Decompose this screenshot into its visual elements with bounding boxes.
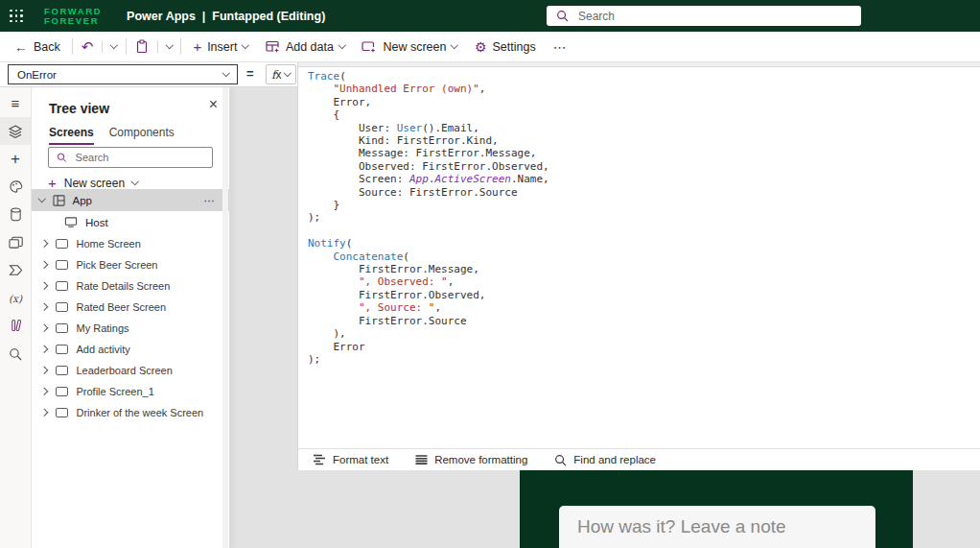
fx-button[interactable]: fx xyxy=(266,64,296,84)
media-icon xyxy=(9,236,23,250)
format-text-button[interactable]: Format text xyxy=(313,454,388,465)
undo-menu-button[interactable] xyxy=(105,32,123,61)
tree-item-app-label: App xyxy=(73,195,92,206)
code-lines[interactable]: Trace( "Unhandled Error (own)", Error, {… xyxy=(298,67,980,366)
top-bar: FORWARD FOREVER Power Apps | Funtapped (… xyxy=(0,0,980,32)
tree-item-screen-label: Leaderboard Screen xyxy=(77,365,173,376)
paste-button[interactable] xyxy=(129,32,154,61)
note-text-input[interactable]: How was it? Leave a note xyxy=(559,506,875,548)
code-line[interactable]: } xyxy=(308,199,980,211)
undo-button[interactable]: ↶ xyxy=(76,32,100,61)
code-line[interactable]: "Unhandled Error (own)", xyxy=(308,83,980,95)
plus-icon: + xyxy=(11,151,20,167)
code-line[interactable]: Notify( xyxy=(308,237,980,250)
top-search-box[interactable] xyxy=(547,6,861,26)
rail-power-automate-button[interactable] xyxy=(0,256,31,284)
tree-item-screen[interactable]: Pick Beer Screen xyxy=(32,254,229,275)
tree-item-screen-label: Profile Screen_1 xyxy=(77,386,154,397)
paste-menu-button[interactable] xyxy=(161,32,178,61)
back-arrow-icon: ← xyxy=(14,39,28,55)
code-line[interactable]: Source: FirstError.Source xyxy=(308,186,980,199)
close-icon[interactable]: × xyxy=(209,96,218,113)
code-line[interactable]: Kind: FirstError.Kind, xyxy=(308,134,980,147)
code-line[interactable]: Trace( xyxy=(308,70,980,83)
code-line[interactable]: FirstError.Source xyxy=(308,315,980,327)
tree-item-screen[interactable]: My Ratings xyxy=(32,318,229,339)
code-line[interactable]: Error, xyxy=(308,96,980,108)
new-screen-button[interactable]: New screen xyxy=(353,32,466,61)
code-line[interactable]: Screen: App.ActiveScreen.Name, xyxy=(308,173,980,185)
add-data-button[interactable]: Add data xyxy=(257,32,354,61)
tree-item-screen[interactable]: Home Screen xyxy=(32,233,229,254)
search-icon xyxy=(554,454,567,466)
screen-icon xyxy=(56,345,68,354)
code-line[interactable]: Concatenate( xyxy=(308,250,980,263)
tree-item-screen[interactable]: Rate Details Screen xyxy=(32,275,229,297)
screen-icon xyxy=(56,387,68,396)
tab-screens[interactable]: Screens xyxy=(49,126,94,145)
remove-formatting-button[interactable]: Remove formatting xyxy=(415,454,527,465)
find-replace-label: Find and replace xyxy=(573,454,656,465)
rail-search-button[interactable] xyxy=(0,340,31,368)
code-line[interactable]: Message: FirstError.Message, xyxy=(308,147,980,159)
code-line[interactable]: ); xyxy=(308,211,980,224)
more-commands-button[interactable]: ⋯ xyxy=(545,32,576,61)
new-screen-icon xyxy=(362,40,377,54)
tree-item-screen[interactable]: Add activity xyxy=(32,339,229,360)
rail-theme-button[interactable] xyxy=(0,173,31,201)
tree-item-host[interactable]: Host xyxy=(32,211,229,233)
code-line[interactable]: Error xyxy=(308,341,980,353)
divider xyxy=(126,38,127,55)
code-line[interactable]: User: User().Email, xyxy=(308,122,980,134)
rail-data-button[interactable] xyxy=(0,201,31,228)
code-line[interactable]: ), xyxy=(308,327,980,340)
tree-search-box[interactable] xyxy=(48,147,213,168)
more-options-icon[interactable]: ⋯ xyxy=(204,194,217,207)
code-line[interactable]: ", Source: ", xyxy=(308,301,980,314)
tree-item-screen[interactable]: Leaderboard Screen xyxy=(32,360,229,381)
host-monitor-icon xyxy=(64,216,78,228)
find-replace-button[interactable]: Find and replace xyxy=(554,454,656,466)
rail-menu-button[interactable]: ≡ xyxy=(0,89,31,117)
tab-components[interactable]: Components xyxy=(109,126,175,145)
code-line[interactable]: { xyxy=(308,108,980,121)
code-line[interactable]: ", Observed: ", xyxy=(308,275,980,288)
chevron-down-icon xyxy=(38,195,46,203)
gear-icon: ⚙ xyxy=(475,40,487,54)
property-dropdown-value: OnError xyxy=(17,69,57,81)
rail-variables-button[interactable]: (x) xyxy=(0,284,31,312)
tree-tabs: Screens Components xyxy=(49,126,175,145)
tree-view-panel: Tree view × Screens Components + New scr… xyxy=(32,87,230,548)
rail-tree-view-button[interactable] xyxy=(0,117,31,145)
back-button[interactable]: ← Back xyxy=(6,32,69,61)
insert-button[interactable]: + Insert xyxy=(184,32,257,61)
tree-item-screen[interactable]: Drinker of the week Screen xyxy=(32,402,229,423)
tree-item-screen-label: Pick Beer Screen xyxy=(77,259,158,271)
power-automate-icon xyxy=(9,264,23,276)
settings-button[interactable]: ⚙ Settings xyxy=(466,32,545,61)
rail-tests-button[interactable] xyxy=(0,312,31,340)
tree-item-app[interactable]: App ⋯ xyxy=(32,189,229,211)
chevron-right-icon xyxy=(40,367,48,374)
code-line[interactable]: FirstError.Message, xyxy=(308,263,980,275)
tree-item-screen-label: My Ratings xyxy=(77,322,129,334)
code-line[interactable]: FirstError.Observed, xyxy=(308,289,980,301)
top-search-input[interactable] xyxy=(576,9,852,24)
tree-new-screen-button[interactable]: + New screen xyxy=(48,176,138,190)
tree-item-screen[interactable]: Profile Screen_1 xyxy=(32,381,229,402)
tree-new-screen-label: New screen xyxy=(64,177,125,190)
code-line[interactable]: Observed: FirstError.Observed, xyxy=(308,160,980,173)
screen-icon xyxy=(56,366,68,375)
tree-search-input[interactable] xyxy=(74,151,204,164)
app-launcher-button[interactable] xyxy=(0,0,33,32)
tree-item-host-label: Host xyxy=(85,217,108,228)
app-title: Power Apps | Funtapped (Editing) xyxy=(127,10,325,23)
plus-icon: + xyxy=(193,39,201,54)
tree-item-screen[interactable]: Rated Beer Screen xyxy=(32,297,229,318)
rail-insert-button[interactable]: + xyxy=(0,145,31,173)
code-line[interactable] xyxy=(308,225,980,237)
code-line[interactable]: ); xyxy=(308,353,980,366)
rail-media-button[interactable] xyxy=(0,228,31,256)
chevron-right-icon xyxy=(40,282,48,290)
property-dropdown[interactable]: OnError xyxy=(8,64,238,84)
